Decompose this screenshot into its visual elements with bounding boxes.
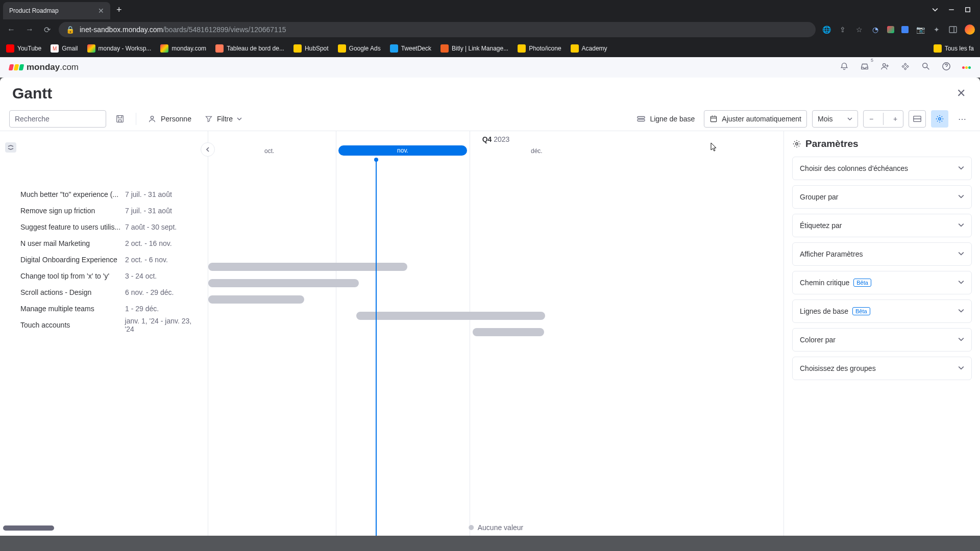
task-dates: 1 - 29 déc.	[125, 305, 159, 313]
task-row[interactable]: Touch accountsjanv. 1, '24 - janv. 23, '…	[0, 317, 208, 333]
chevron-down-icon[interactable]	[932, 7, 938, 13]
bookmark-item[interactable]: Bitly | Link Manage...	[440, 44, 508, 53]
chevron-down-icon	[958, 279, 964, 287]
profile-icon[interactable]	[962, 66, 971, 69]
close-tab-icon[interactable]: ✕	[98, 7, 104, 15]
settings-item[interactable]: Colorer par	[792, 328, 972, 352]
chevron-down-icon	[237, 116, 242, 121]
new-tab-button[interactable]: +	[111, 5, 127, 15]
gear-icon	[792, 139, 801, 148]
chevron-down-icon	[958, 364, 964, 372]
bookmark-item[interactable]: TweetDeck	[390, 44, 431, 53]
more-icon[interactable]: ⋯	[953, 110, 971, 128]
monday-logo[interactable]: monday.com	[9, 62, 79, 72]
bookmark-item[interactable]: HubSpot	[293, 44, 329, 53]
settings-item[interactable]: Étiquetez par	[792, 214, 972, 237]
browser-tab[interactable]: Product Roadmap ✕	[3, 2, 110, 19]
page-title: Gantt	[12, 85, 52, 102]
task-row[interactable]: Suggest feature to users utilis...7 août…	[0, 219, 208, 235]
gantt-bar[interactable]	[356, 312, 545, 320]
settings-item[interactable]: Choisissez des groupes	[792, 357, 972, 380]
bookmark-item[interactable]: monday.com	[160, 44, 206, 53]
filtre-button[interactable]: Filtre	[201, 112, 246, 126]
app-topbar: monday.com	[0, 57, 980, 78]
horizontal-scrollbar[interactable]	[3, 525, 54, 531]
maximize-icon[interactable]	[965, 7, 971, 13]
gantt-bar[interactable]	[208, 263, 407, 271]
settings-item-label: Choisir des colonnes d'échéances	[800, 164, 908, 172]
settings-item-label: Afficher Paramètres	[800, 250, 863, 258]
profile-avatar-icon[interactable]	[965, 24, 975, 35]
share-icon[interactable]: ⇪	[838, 25, 847, 34]
settings-item[interactable]: Chemin critiqueBêta	[792, 271, 972, 294]
task-name: Digital Onboarding Experience	[20, 256, 125, 264]
bookmark-item[interactable]: monday - Worksp...	[87, 44, 152, 53]
minimize-icon[interactable]	[948, 7, 954, 13]
extension-icon[interactable]: ◔	[871, 25, 880, 34]
search-input[interactable]	[9, 110, 106, 128]
extension-icon[interactable]	[887, 26, 894, 33]
baseline-button[interactable]: Ligne de base	[632, 112, 699, 126]
invite-icon[interactable]	[880, 62, 890, 73]
svg-rect-7	[117, 116, 124, 122]
settings-item[interactable]: Lignes de baseBêta	[792, 299, 972, 323]
sidepanel-icon[interactable]	[948, 25, 958, 34]
save-icon[interactable]	[111, 110, 129, 128]
search-icon[interactable]	[921, 62, 930, 73]
gantt-bar[interactable]	[208, 295, 304, 304]
task-name: Much better "to" experience (...	[20, 190, 125, 198]
task-row[interactable]: Manage multiple teams1 - 29 déc.	[0, 300, 208, 317]
settings-item[interactable]: Choisir des colonnes d'échéances	[792, 157, 972, 180]
zoom-in-button[interactable]: +	[888, 110, 903, 128]
bookmark-item[interactable]: Tous les fa	[934, 44, 974, 53]
bookmark-item[interactable]: Academy	[571, 44, 607, 53]
gear-icon[interactable]	[931, 110, 948, 128]
period-select[interactable]: Mois	[812, 110, 858, 128]
task-name: Remove sign up friction	[20, 207, 125, 215]
help-icon[interactable]	[942, 62, 951, 73]
personne-button[interactable]: Personne	[143, 111, 195, 127]
task-row[interactable]: Remove sign up friction7 juil. - 31 août	[0, 203, 208, 219]
apps-icon[interactable]	[901, 62, 910, 73]
bookmark-star-icon[interactable]: ☆	[854, 25, 864, 34]
gantt-timeline[interactable]: Q4 2023 oct. nov. déc. Aucune valeu	[208, 131, 783, 536]
back-icon[interactable]: ←	[5, 23, 17, 36]
task-row[interactable]: Much better "to" experience (...7 juil. …	[0, 186, 208, 203]
close-icon[interactable]: ✕	[954, 85, 968, 102]
task-dates: 7 août - 30 sept.	[125, 223, 177, 231]
task-row[interactable]: Scroll actions - Design6 nov. - 29 déc.	[0, 284, 208, 300]
browser-tab-bar: Product Roadmap ✕ +	[0, 0, 980, 19]
split-icon[interactable]	[909, 110, 926, 128]
task-row[interactable]: Change tool tip from 'x' to 'y'3 - 24 oc…	[0, 268, 208, 284]
collapse-all-icon[interactable]	[5, 142, 16, 153]
extension-icon[interactable]	[901, 26, 909, 33]
extension-icon[interactable]: 📷	[916, 25, 925, 34]
settings-item[interactable]: Afficher Paramètres	[792, 242, 972, 266]
settings-item[interactable]: Grouper par	[792, 185, 972, 209]
bookmark-item[interactable]: YouTube	[6, 44, 41, 53]
bookmark-item[interactable]: MGmail	[51, 44, 78, 53]
url-input[interactable]: 🔒 inet-sandbox.monday.com/boards/5481612…	[59, 22, 816, 37]
translate-icon[interactable]: 🌐	[822, 25, 831, 34]
task-row[interactable]: N user mail Marketing2 oct. - 16 nov.	[0, 235, 208, 252]
chevron-down-icon	[958, 221, 964, 230]
collapse-panel-icon[interactable]	[201, 142, 215, 157]
autofit-button[interactable]: Ajuster automatiquement	[704, 110, 807, 128]
legend-dot-icon	[469, 525, 474, 530]
gantt-bar[interactable]	[208, 279, 359, 287]
inbox-icon[interactable]	[860, 62, 869, 73]
search-field[interactable]	[15, 115, 104, 123]
gantt-bar[interactable]	[473, 328, 544, 336]
bell-icon[interactable]	[840, 62, 849, 73]
month-label: déc.	[531, 147, 543, 155]
task-row[interactable]: Digital Onboarding Experience2 oct. - 6 …	[0, 252, 208, 268]
extensions-icon[interactable]: ✦	[932, 25, 941, 34]
bookmark-item[interactable]: Photo/icone	[518, 44, 561, 53]
settings-item-label: Chemin critique	[800, 279, 849, 287]
forward-icon[interactable]: →	[23, 23, 36, 36]
bookmark-item[interactable]: Google Ads	[338, 44, 381, 53]
zoom-out-button[interactable]: −	[864, 110, 879, 128]
bookmark-item[interactable]: Tableau de bord de...	[215, 44, 284, 53]
task-dates: 2 oct. - 16 nov.	[125, 239, 172, 247]
reload-icon[interactable]: ⟳	[42, 23, 53, 37]
